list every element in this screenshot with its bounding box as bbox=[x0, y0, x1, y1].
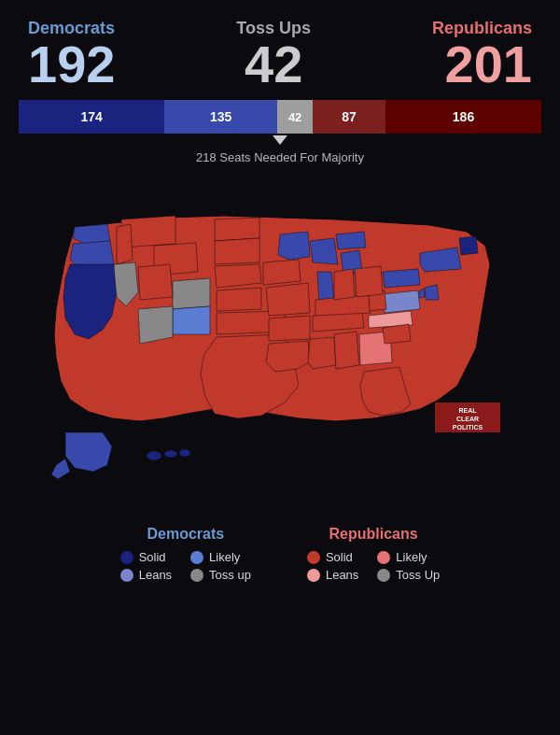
seat-bar-wrapper: 1741354287186 bbox=[9, 100, 551, 134]
dem-likely-item: Likely bbox=[190, 550, 251, 564]
rep-likely-item: Likely bbox=[377, 550, 440, 564]
rep-solid-dot bbox=[307, 551, 320, 564]
rep-legend-rows: Solid Likely Leans Toss Up bbox=[307, 550, 440, 582]
dem-solid-item: Solid bbox=[120, 550, 172, 564]
svg-point-0 bbox=[147, 451, 161, 460]
majority-label: 218 Seats Needed For Majority bbox=[196, 150, 364, 164]
rep-leans-item: Leans bbox=[307, 568, 358, 582]
dem-legend-rows: Solid Likely Leans Toss up bbox=[120, 550, 251, 582]
rep-likely-dot bbox=[377, 551, 390, 564]
dem-likely-label: Likely bbox=[209, 550, 240, 564]
dem-likely-dot bbox=[190, 551, 203, 564]
dem-legend: Democrats Solid Likely Leans Toss up bbox=[120, 526, 251, 582]
svg-point-2 bbox=[179, 449, 190, 457]
rep-section: Republicans 201 bbox=[432, 19, 532, 91]
seat-bar: 1741354287186 bbox=[19, 100, 541, 134]
majority-indicator: 218 Seats Needed For Majority bbox=[0, 134, 560, 166]
dem-tossup-item: Toss up bbox=[190, 568, 251, 582]
rep-tossup-item: Toss Up bbox=[377, 568, 440, 582]
bar-segment-bar-tossup: 42 bbox=[277, 100, 313, 134]
rep-leans-label: Leans bbox=[326, 568, 358, 582]
rep-solid-label: Solid bbox=[326, 550, 353, 564]
rep-solid-item: Solid bbox=[307, 550, 358, 564]
map-container: REAL CLEAR POLITICS bbox=[0, 166, 560, 512]
us-map: REAL CLEAR POLITICS bbox=[9, 171, 551, 507]
dem-tossup-label: Toss up bbox=[209, 568, 251, 582]
svg-text:REAL: REAL bbox=[458, 407, 477, 414]
legend: Democrats Solid Likely Leans Toss up Rep… bbox=[0, 512, 560, 587]
dem-leans-item: Leans bbox=[120, 568, 172, 582]
rep-leans-dot bbox=[307, 569, 320, 582]
dem-leans-dot bbox=[120, 569, 133, 582]
dem-count: 192 bbox=[28, 38, 115, 91]
bar-segment-bar-likely-rep: 87 bbox=[313, 100, 385, 134]
tossup-section: Toss Ups 42 bbox=[236, 19, 311, 91]
rep-legend: Republicans Solid Likely Leans Toss Up bbox=[307, 526, 440, 582]
bar-segment-bar-solid-rep: 186 bbox=[385, 100, 541, 134]
dem-leans-label: Leans bbox=[139, 568, 172, 582]
dem-section: Democrats 192 bbox=[28, 19, 115, 91]
rep-tossup-label: Toss Up bbox=[396, 568, 440, 582]
rep-count: 201 bbox=[432, 38, 532, 91]
bar-segment-bar-likely-dem: 135 bbox=[164, 100, 277, 134]
dem-tossup-dot bbox=[190, 569, 203, 582]
rep-likely-label: Likely bbox=[396, 550, 427, 564]
dem-legend-title: Democrats bbox=[120, 526, 251, 543]
dem-solid-dot bbox=[120, 551, 133, 564]
dem-solid-label: Solid bbox=[139, 550, 166, 564]
majority-arrow bbox=[273, 135, 287, 145]
header: Democrats 192 Toss Ups 42 Republicans 20… bbox=[0, 0, 560, 100]
tossup-count: 42 bbox=[236, 38, 311, 91]
rep-tossup-dot bbox=[377, 569, 390, 582]
svg-text:POLITICS: POLITICS bbox=[453, 424, 483, 431]
bar-segment-bar-solid-dem: 174 bbox=[19, 100, 164, 134]
rep-legend-title: Republicans bbox=[307, 526, 440, 543]
svg-point-1 bbox=[164, 450, 177, 458]
svg-text:CLEAR: CLEAR bbox=[456, 416, 479, 422]
